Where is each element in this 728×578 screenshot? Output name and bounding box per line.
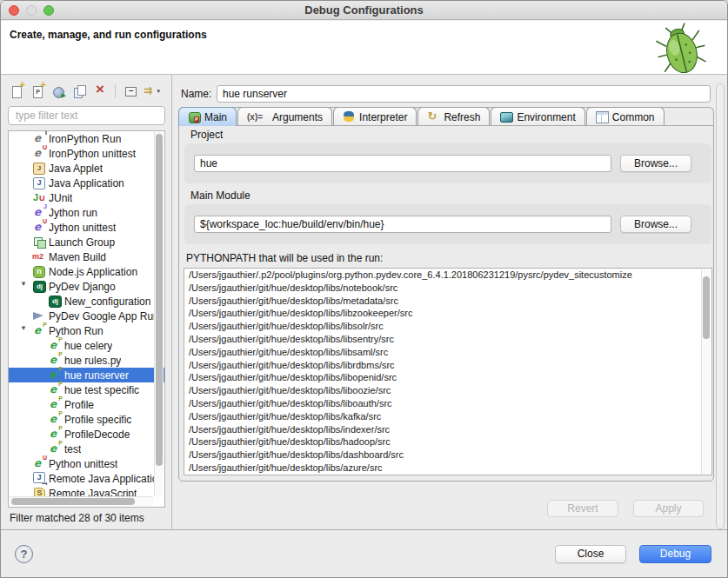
expand-arrow-icon[interactable]: ▼	[20, 324, 27, 332]
tree-vertical-scrollbar-thumb[interactable]	[156, 134, 163, 466]
name-input[interactable]	[217, 85, 711, 103]
tree-item-maven-build[interactable]: Maven Build	[9, 249, 164, 264]
tree-item-ironpython-run[interactable]: IronPython Run	[9, 131, 164, 146]
tree-item-jython-run[interactable]: Jython run	[9, 205, 164, 220]
ti-refresh-icon	[427, 111, 439, 123]
pythonpath-row[interactable]: /Users/jgauthier/git/hue/desktop/libs/no…	[184, 282, 711, 295]
configurations-tree: IronPython RunIronPython unittestJava Ap…	[8, 130, 165, 508]
footer-separator	[1, 529, 727, 530]
i-ironpython-unittest	[32, 147, 46, 160]
tree-item-hue-celery[interactable]: hue celery	[9, 338, 164, 353]
pythonpath-row[interactable]: /Users/jgauthier/.p2/pool/plugins/org.py…	[184, 269, 711, 282]
pythonpath-row[interactable]: /Users/jgauthier/git/hue/desktop/libs/me…	[184, 295, 711, 308]
pythonpath-row[interactable]: /Users/jgauthier/git/hue/desktop/libs/li…	[184, 307, 711, 320]
pythonpath-row[interactable]: /Users/jgauthier/git/hue/desktop/libs/li…	[184, 384, 711, 397]
tree-item-pydev-google-app-run[interactable]: PyDev Google App Run	[9, 309, 164, 323]
pythonpath-row[interactable]: /Users/jgauthier/git/hue/desktop/libs/ka…	[184, 410, 711, 423]
ti-main-icon	[188, 111, 200, 123]
pythonpath-row[interactable]: /Users/jgauthier/git/hue/desktop/libs/in…	[184, 423, 711, 436]
tab-label: Environment	[517, 111, 575, 123]
pythonpath-scrollbar-thumb[interactable]	[703, 276, 710, 339]
pythonpath-row[interactable]: /Users/jgauthier/git/hue/desktop/libs/da…	[184, 448, 711, 462]
pythonpath-rows: /Users/jgauthier/.p2/pool/plugins/org.py…	[184, 269, 711, 475]
tab-label: Arguments	[272, 111, 323, 123]
new-launch-prototype-button[interactable]	[29, 83, 46, 99]
i-maven-build	[32, 250, 46, 263]
tree-vertical-scrollbar[interactable]	[154, 132, 164, 496]
ti-interpreter-icon	[343, 111, 355, 123]
tab-environment[interactable]: Environment	[491, 107, 584, 126]
tree-item-profiledecode[interactable]: ProfileDecode	[9, 427, 164, 442]
tree-item-java-application[interactable]: Java Application	[9, 176, 164, 190]
project-input[interactable]	[194, 155, 611, 172]
tree-horizontal-scrollbar-thumb[interactable]	[11, 498, 135, 505]
tree-item-ironpython-unittest[interactable]: IronPython unittest	[9, 146, 164, 161]
new-configuration-from-prototype-button[interactable]	[50, 83, 67, 99]
pythonpath-row[interactable]: /Users/jgauthier/git/hue/desktop/libs/li…	[184, 397, 711, 410]
close-window-button[interactable]	[9, 5, 19, 16]
tb-new-config-icon	[10, 84, 23, 98]
tree-item-new-configuration[interactable]: New_configuration	[9, 294, 164, 309]
project-browse-button[interactable]: Browse...	[620, 155, 691, 172]
close-button[interactable]: Close	[555, 545, 626, 563]
debug-configurations-dialog: Debug Configurations Create, manage, and…	[0, 0, 728, 578]
filter-input[interactable]	[8, 106, 165, 125]
zoom-window-button[interactable]	[43, 5, 54, 16]
tree-item-node-js-application[interactable]: Node.js Application	[9, 264, 164, 279]
tree-item-launch-group[interactable]: Launch Group	[9, 235, 164, 249]
pythonpath-row[interactable]: /Users/jgauthier/git/hue/desktop/libs/li…	[184, 371, 711, 384]
pythonpath-row[interactable]: /Users/jgauthier/git/hue/desktop/libs/li…	[184, 346, 711, 359]
tree-item-label: IronPython Run	[49, 133, 121, 145]
tb-duplicate-icon	[72, 84, 86, 98]
tree-item-junit[interactable]: JUnit	[9, 190, 164, 205]
filter-launch-configurations-button[interactable]: ▾	[143, 83, 160, 99]
pythonpath-row[interactable]: /Users/jgauthier/git/hue/desktop/libs/az…	[184, 462, 711, 475]
title-bar[interactable]: Debug Configurations	[1, 1, 727, 20]
tree-item-remote-java-application[interactable]: Remote Java Application	[9, 471, 164, 486]
tree-item-java-applet[interactable]: Java Applet	[9, 161, 164, 176]
panel-sash[interactable]	[171, 75, 172, 529]
tab-common[interactable]: Common	[586, 107, 665, 126]
pythonpath-row[interactable]: /Users/jgauthier/git/hue/desktop/libs/ha…	[184, 435, 711, 448]
help-button[interactable]: ?	[15, 545, 33, 563]
tree-item-hue-test-specific[interactable]: hue test specific	[9, 382, 164, 397]
main-module-browse-button[interactable]: Browse...	[620, 216, 691, 233]
pythonpath-row[interactable]: /Users/jgauthier/git/hue/desktop/libs/li…	[184, 359, 711, 372]
pythonpath-row[interactable]: /Users/jgauthier/git/hue/desktop/libs/li…	[184, 333, 711, 346]
tree-item-jython-unittest[interactable]: Jython unittest	[9, 220, 164, 235]
collapse-all-button[interactable]	[122, 83, 139, 99]
right-panel-scrollbar[interactable]	[716, 83, 725, 529]
tab-arguments[interactable]: (x)=Arguments	[237, 107, 332, 126]
i-nodejs	[32, 265, 46, 278]
tree-item-profile[interactable]: Profile	[9, 397, 164, 412]
tree-item-hue-runserver[interactable]: hue runserver	[9, 368, 164, 382]
config-toolbar: ▾	[8, 83, 160, 100]
pythonpath-scrollbar[interactable]	[701, 269, 711, 474]
minimize-window-button[interactable]	[26, 5, 37, 16]
tb-delete-icon	[93, 84, 107, 98]
revert-button[interactable]: Revert	[547, 500, 618, 517]
new-launch-configuration-button[interactable]	[8, 83, 25, 99]
tree-item-python-run[interactable]: ▼Python Run	[9, 323, 164, 338]
tree-item-label: Profile	[64, 399, 94, 411]
tab-label: Common	[612, 111, 655, 123]
tree-horizontal-scrollbar[interactable]	[10, 496, 153, 506]
tab-main[interactable]: Main	[178, 107, 237, 126]
tree-item-pydev-django[interactable]: ▼PyDev Django	[9, 279, 164, 294]
tree-item-hue-rules-py[interactable]: hue rules.py	[9, 353, 164, 368]
pythonpath-row[interactable]: /Users/jgauthier/git/hue/desktop/libs/li…	[184, 320, 711, 333]
tab-interpreter[interactable]: Interpreter	[333, 107, 417, 126]
tree-item-python-unittest[interactable]: Python unittest	[9, 456, 164, 471]
apply-button[interactable]: Apply	[633, 500, 704, 517]
tree-item-profile-specific[interactable]: Profile specific	[9, 412, 164, 427]
main-module-input[interactable]	[194, 216, 611, 233]
header-title: Create, manage, and run configurations	[10, 29, 207, 41]
tree-item-test[interactable]: test	[9, 442, 164, 456]
tree-item-label: Python Run	[49, 325, 104, 337]
delete-configuration-button[interactable]	[91, 83, 109, 99]
expand-arrow-icon[interactable]: ▼	[20, 280, 27, 288]
tab-refresh[interactable]: Refresh	[417, 107, 490, 126]
tab-label: Interpreter	[359, 111, 407, 123]
duplicate-configuration-button[interactable]	[70, 83, 88, 99]
debug-button[interactable]: Debug	[639, 545, 711, 563]
